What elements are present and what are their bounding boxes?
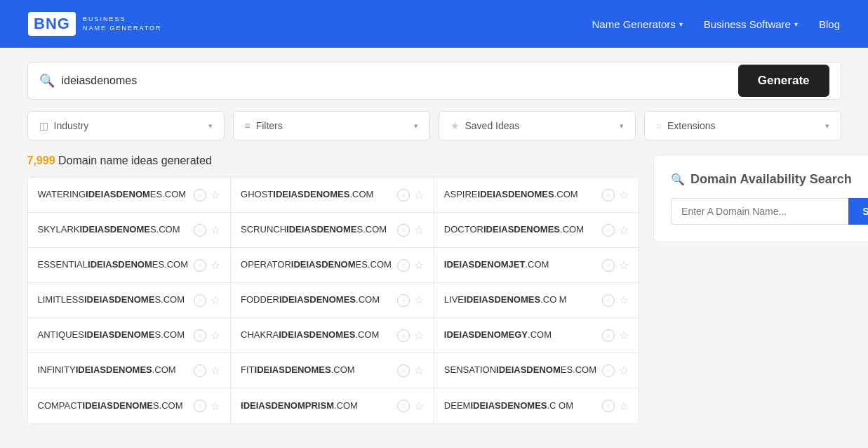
industry-filter[interactable]: ◫ Industry ▾	[27, 111, 225, 140]
star-icon[interactable]: ☆	[414, 294, 424, 307]
star-icon[interactable]: ☆	[619, 223, 629, 237]
content-area: 7,999 Domain name ideas generated WATERI…	[27, 154, 841, 424]
domain-cell: INFINITYIDEIASDENOMES.COM○☆	[28, 353, 232, 388]
nav-item-generators[interactable]: Name Generators ▾	[592, 18, 683, 30]
star-icon[interactable]: ☆	[211, 188, 220, 202]
circle-icon[interactable]: ○	[194, 259, 206, 272]
domain-actions: ○☆	[602, 223, 629, 237]
star-icon[interactable]: ☆	[619, 364, 629, 377]
star-icon[interactable]: ☆	[211, 258, 220, 272]
star-icon[interactable]: ☆	[619, 329, 629, 342]
domain-name: IDEIASDENOMPRISM.COM	[241, 400, 392, 412]
star-icon[interactable]: ☆	[414, 258, 424, 272]
star-icon[interactable]: ☆	[619, 400, 629, 413]
circle-icon[interactable]: ○	[602, 329, 615, 342]
domain-cell: SCRUNCHIDEIASDENOMES.COM○☆	[231, 213, 434, 248]
circle-icon[interactable]: ○	[397, 364, 410, 377]
domain-name: LIMITLESSIDEIASDENOMES.COM	[38, 294, 189, 306]
results-area: 7,999 Domain name ideas generated WATERI…	[27, 154, 640, 424]
logo-text: BUSINESS NAME GENERATOR	[83, 15, 162, 32]
circle-icon[interactable]: ○	[194, 364, 206, 377]
star-icon[interactable]: ☆	[211, 294, 220, 307]
domain-name: FITIDEIASDENOMES.COM	[241, 364, 392, 376]
domain-name: SCRUNCHIDEIASDENOMES.COM	[241, 224, 392, 236]
circle-icon[interactable]: ○	[602, 224, 615, 237]
circle-icon[interactable]: ○	[397, 329, 410, 342]
circle-icon[interactable]: ○	[602, 364, 615, 377]
star-icon[interactable]: ☆	[414, 223, 424, 237]
star-icon[interactable]: ☆	[414, 188, 424, 202]
domain-actions: ○☆	[602, 188, 629, 202]
domain-cell: ASPIREIDEIASDENOMES.COM○☆	[434, 178, 639, 213]
domain-name: WATERINGIDEIASDENOМES.COM	[38, 189, 189, 201]
logo-area: BNG BUSINESS NAME GENERATOR	[28, 12, 162, 36]
circle-icon[interactable]: ○	[602, 294, 615, 307]
star-icon[interactable]: ☆	[414, 329, 424, 342]
chevron-down-icon: ▾	[620, 121, 624, 131]
domain-avail-title: 🔍 Domain Availability Search	[671, 172, 868, 187]
domain-actions: ○☆	[397, 223, 424, 237]
domain-actions: ○☆	[194, 400, 220, 413]
domain-cell: WATERINGIDEIASDENOМES.COM○☆	[28, 178, 232, 213]
chevron-down-icon: ▾	[414, 121, 418, 131]
star-icon[interactable]: ☆	[619, 258, 629, 272]
count-label: 7,999 Domain name ideas generated	[27, 154, 640, 167]
star-icon[interactable]: ☆	[211, 364, 220, 377]
domain-actions: ○☆	[602, 258, 629, 272]
domain-actions: ○☆	[397, 258, 424, 272]
domain-search-input[interactable]	[671, 198, 848, 225]
domain-cell: SKYLARKIDEIASDENOMES.COM○☆	[28, 213, 232, 248]
filter-icon: ◫	[39, 120, 48, 131]
domain-name: GHOSTIDEIASDENOMES.COM	[241, 189, 392, 201]
chevron-down-icon: ▾	[825, 121, 829, 131]
domain-cell: DEEMIDEIASDENOMES.C OM○☆	[434, 388, 639, 423]
nav-item-software[interactable]: Business Software ▾	[704, 18, 798, 30]
extensions-label: Extensions	[667, 120, 715, 131]
circle-icon[interactable]: ○	[194, 329, 206, 342]
nav-item-blog[interactable]: Blog	[819, 18, 840, 30]
filters-filter[interactable]: ≡ Filters ▾	[233, 111, 430, 140]
domain-actions: ○☆	[602, 364, 629, 377]
star-icon[interactable]: ☆	[211, 400, 220, 413]
circle-icon[interactable]: ○	[194, 400, 206, 412]
star-icon[interactable]: ☆	[211, 223, 220, 237]
star-icon[interactable]: ☆	[414, 364, 424, 377]
circle-icon[interactable]: ○	[397, 189, 410, 202]
circle-icon[interactable]: ○	[194, 224, 206, 237]
domain-cell: ANTIQUESIDEIASDENOMES.COM○☆	[28, 318, 232, 353]
domain-actions: ○☆	[397, 364, 424, 377]
domain-cell: LIVEIDEIASDENOMES.CO M○☆	[434, 283, 639, 318]
domain-cell: CHAKRAIDEIASDENOMES.COM○☆	[231, 318, 434, 353]
domain-name: COMPACTIDEIASDENOMES.COM	[38, 400, 189, 412]
extensions-filter[interactable]: ○ Extensions ▾	[644, 111, 841, 140]
main-content: 🔍 Generate ◫ Industry ▾ ≡ Filters ▾ ★ Sa…	[13, 48, 855, 438]
search-input[interactable]	[62, 74, 731, 87]
circle-icon[interactable]: ○	[194, 294, 206, 307]
circle-icon[interactable]: ○	[397, 259, 410, 272]
result-label: Domain name ideas generated	[58, 154, 212, 166]
circle-icon[interactable]: ○	[602, 189, 615, 202]
domain-cell: COMPACTIDEIASDENOMES.COM○☆	[28, 388, 232, 423]
circle-icon[interactable]: ○	[397, 294, 410, 307]
star-icon[interactable]: ☆	[211, 329, 220, 342]
star-icon[interactable]: ☆	[414, 400, 424, 413]
circle-icon[interactable]: ○	[194, 189, 206, 202]
domain-name: ASPIREIDEIASDENOMES.COM	[444, 189, 596, 201]
domain-search-button[interactable]: Search	[848, 198, 868, 225]
domain-name: DOCTORIDEIASDENOMES.COM	[444, 224, 596, 236]
domain-name: IDEIASDENOMEGY.COM	[444, 329, 596, 341]
circle-icon[interactable]: ○	[602, 400, 615, 412]
star-icon[interactable]: ☆	[619, 188, 629, 202]
generate-button[interactable]: Generate	[738, 65, 829, 97]
circle-icon[interactable]: ○	[397, 400, 410, 412]
domain-name: CHAKRAIDEIASDENOMES.COM	[241, 329, 392, 341]
domain-name: SKYLARKIDEIASDENOMES.COM	[38, 224, 189, 236]
domain-name: ANTIQUESIDEIASDENOMES.COM	[38, 329, 189, 341]
circle-icon[interactable]: ○	[602, 259, 615, 272]
saved-ideas-filter[interactable]: ★ Saved Ideas ▾	[439, 111, 636, 140]
domain-name: DEEMIDEIASDENOMES.C OM	[444, 400, 596, 412]
star-icon: ★	[450, 120, 460, 131]
domain-name: FODDERIDEIASDENOMES.COM	[241, 294, 392, 306]
star-icon[interactable]: ☆	[619, 294, 629, 307]
circle-icon[interactable]: ○	[397, 224, 410, 237]
